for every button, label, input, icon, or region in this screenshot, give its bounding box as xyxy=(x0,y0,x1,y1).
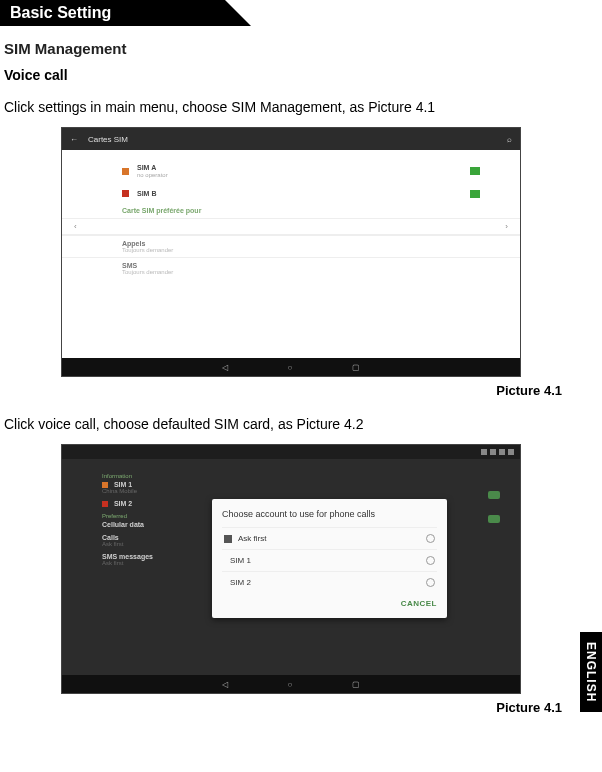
block-sms-title: SMS xyxy=(122,262,490,269)
block-calls-sub: Toujours demander xyxy=(122,247,490,253)
sim-a-title: SIM A xyxy=(137,164,168,171)
sim-a-icon xyxy=(122,168,129,175)
mock2-cellular[interactable]: Cellular data xyxy=(102,521,222,528)
mock2-sms[interactable]: SMS messages Ask first xyxy=(102,553,222,566)
mock1-title: Cartes SIM xyxy=(88,135,128,144)
sim-b-title: SIM B xyxy=(137,190,156,197)
arrow-left-icon[interactable]: ‹ xyxy=(74,222,77,231)
sim1-title: SIM 1 xyxy=(114,481,132,488)
caption-4-2: Picture 4.1 xyxy=(0,700,562,715)
calls-sub: Ask first xyxy=(102,541,222,547)
arrow-right-icon[interactable]: › xyxy=(505,222,508,231)
nav-back-icon[interactable]: ◁ xyxy=(222,363,228,372)
sim2-title: SIM 2 xyxy=(114,500,132,507)
sim-a-toggle[interactable] xyxy=(470,167,480,175)
mock2-calls[interactable]: Calls Ask first xyxy=(102,534,222,547)
dialog-opt-sim1[interactable]: SIM 1 xyxy=(222,549,437,571)
mock1-body: SIM A no operator SIM B Carte SIM préfér… xyxy=(62,150,520,358)
sim-b-icon xyxy=(122,190,129,197)
instruction-text-2: Click voice call, choose defaulted SIM c… xyxy=(4,416,582,432)
radio-icon[interactable] xyxy=(426,578,435,587)
language-tab[interactable]: ENGLISH xyxy=(580,632,602,712)
mock2-sim2[interactable]: SIM 2 xyxy=(102,500,222,507)
sim2-icon xyxy=(102,501,108,507)
caption-4-1: Picture 4.1 xyxy=(0,383,562,398)
radio-icon[interactable] xyxy=(426,556,435,565)
sim-a-sub: no operator xyxy=(137,172,168,178)
mock2-body: Information SIM 1 China Mobile SIM 2 Pre… xyxy=(62,459,520,675)
arrows-row: ‹ › xyxy=(62,218,520,235)
status-icon xyxy=(499,449,505,455)
person-icon xyxy=(224,535,232,543)
sim-row-a[interactable]: SIM A no operator xyxy=(62,158,520,184)
heading-voice-call: Voice call xyxy=(4,67,582,83)
section-header-title: Basic Setting xyxy=(10,4,111,21)
opt3-title: SIM 2 xyxy=(230,578,251,587)
mock1-navbar: ◁ ○ ▢ xyxy=(62,358,520,376)
status-icon xyxy=(490,449,496,455)
dialog-opt-ask-first[interactable]: Ask first xyxy=(222,527,437,549)
block-calls[interactable]: Appels Toujours demander xyxy=(62,235,520,257)
dialog-opt-sim2[interactable]: SIM 2 xyxy=(222,571,437,593)
label-preferred: Preferred xyxy=(102,513,222,519)
nav-recent-icon[interactable]: ▢ xyxy=(352,363,360,372)
opt1-label: Ask first xyxy=(238,535,266,543)
sim2-toggle[interactable] xyxy=(488,515,500,523)
heading-sim-management: SIM Management xyxy=(4,40,582,57)
figure-4-1: ← Cartes SIM ⌕ SIM A no operator SIM B xyxy=(61,127,521,377)
nav-home-icon[interactable]: ○ xyxy=(288,680,293,689)
sms-title: SMS messages xyxy=(102,553,153,560)
instruction-text-1: Click settings in main menu, choose SIM … xyxy=(4,99,582,115)
choose-account-dialog: Choose account to use for phone calls As… xyxy=(212,499,447,618)
calls-title: Calls xyxy=(102,534,119,541)
dialog-title: Choose account to use for phone calls xyxy=(222,509,437,519)
mock2-navbar: ◁ ○ ▢ xyxy=(62,675,520,693)
sim1-sub: China Mobile xyxy=(102,488,222,494)
block-calls-title: Appels xyxy=(122,240,490,247)
block-sms[interactable]: SMS Toujours demander xyxy=(62,257,520,279)
search-icon[interactable]: ⌕ xyxy=(507,135,512,144)
nav-back-icon[interactable]: ◁ xyxy=(222,680,228,689)
sim1-toggle[interactable] xyxy=(488,491,500,499)
mock1-topbar: ← Cartes SIM ⌕ xyxy=(62,128,520,150)
preferred-label: Carte SIM préférée pour xyxy=(62,203,520,218)
content-area: SIM Management Voice call Click settings… xyxy=(0,40,602,715)
block-sms-sub: Toujours demander xyxy=(122,269,490,275)
sim-b-toggle[interactable] xyxy=(470,190,480,198)
sim-row-b[interactable]: SIM B xyxy=(62,184,520,203)
figure-4-2: Information SIM 1 China Mobile SIM 2 Pre… xyxy=(61,444,521,694)
status-icon xyxy=(481,449,487,455)
radio-icon[interactable] xyxy=(426,534,435,543)
sms-sub: Ask first xyxy=(102,560,222,566)
nav-home-icon[interactable]: ○ xyxy=(288,363,293,372)
opt2-title: SIM 1 xyxy=(230,556,251,565)
label-information: Information xyxy=(102,473,222,479)
cellular-title: Cellular data xyxy=(102,521,144,528)
mock2-sim1[interactable]: SIM 1 China Mobile xyxy=(102,481,222,494)
mock2-statusbar xyxy=(62,445,520,459)
status-icon xyxy=(508,449,514,455)
nav-recent-icon[interactable]: ▢ xyxy=(352,680,360,689)
dialog-cancel-button[interactable]: CANCEL xyxy=(401,599,437,608)
section-header: Basic Setting xyxy=(0,0,225,26)
back-icon[interactable]: ← xyxy=(70,135,78,144)
